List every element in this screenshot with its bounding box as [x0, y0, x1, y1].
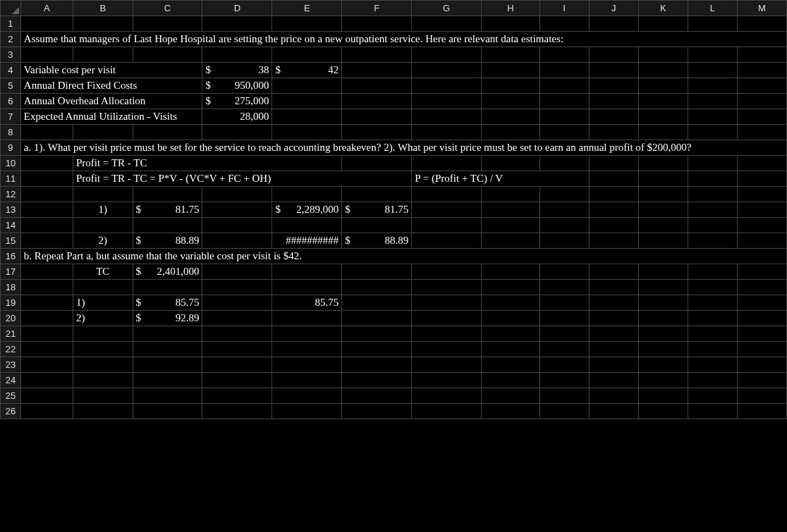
cell-E15[interactable]: ########## [272, 233, 342, 249]
cell-F13[interactable]: $81.75 [342, 202, 412, 218]
cell-D6[interactable]: $275,000 [202, 94, 272, 109]
row-14[interactable]: 14 [1, 218, 21, 233]
row-5[interactable]: 5 [1, 78, 21, 94]
row-13[interactable]: 13 [1, 202, 21, 218]
cell-G11[interactable]: P = (Profit + TC) / V [412, 171, 589, 187]
row-17[interactable]: 17 [1, 264, 21, 280]
col-E[interactable]: E [272, 1, 342, 16]
cell-B10[interactable]: Profit = TR - TC [73, 156, 342, 171]
cell-C17[interactable]: $2,401,000 [133, 264, 202, 280]
cell-A6[interactable]: Annual Overhead Allocation [20, 94, 202, 109]
row-12[interactable]: 12 [1, 187, 21, 202]
cell-B20[interactable]: 2) [73, 311, 133, 326]
col-G[interactable]: G [412, 1, 482, 16]
cell-A4[interactable]: Variable cost per visit [20, 63, 202, 78]
col-D[interactable]: D [202, 1, 272, 16]
col-I[interactable]: I [539, 1, 589, 16]
row-26[interactable]: 26 [1, 404, 21, 419]
cell-E4[interactable]: $42 [272, 63, 342, 78]
col-M[interactable]: M [737, 1, 786, 16]
row-6[interactable]: 6 [1, 94, 21, 109]
row-10[interactable]: 10 [1, 156, 21, 171]
row-19[interactable]: 19 [1, 295, 21, 311]
cell-D7[interactable]: 28,000 [202, 109, 272, 125]
cell-A2[interactable]: Assume that managers of Last Hope Hospit… [20, 32, 786, 47]
cell-B11[interactable]: Profit = TR - TC = P*V - (VC*V + FC + OH… [73, 171, 412, 187]
row-7[interactable]: 7 [1, 109, 21, 125]
cell-E13[interactable]: $2,289,000 [272, 202, 342, 218]
cell-B19[interactable]: 1) [73, 295, 133, 311]
row-2[interactable]: 2 [1, 32, 21, 47]
cell-B15[interactable]: 2) [73, 233, 133, 249]
cell-A5[interactable]: Annual Direct Fixed Costs [20, 78, 202, 94]
row-3[interactable]: 3 [1, 47, 21, 63]
cell-F15[interactable]: $88.89 [342, 233, 412, 249]
col-L[interactable]: L [688, 1, 737, 16]
col-A[interactable]: A [20, 1, 73, 16]
row-22[interactable]: 22 [1, 342, 21, 357]
cell-A1[interactable] [20, 16, 73, 32]
row-23[interactable]: 23 [1, 357, 21, 373]
row-16[interactable]: 16 [1, 249, 21, 264]
row-4[interactable]: 4 [1, 63, 21, 78]
cell-C13[interactable]: $81.75 [133, 202, 202, 218]
row-25[interactable]: 25 [1, 388, 21, 404]
col-J[interactable]: J [589, 1, 638, 16]
cell-C15[interactable]: $88.89 [133, 233, 202, 249]
row-24[interactable]: 24 [1, 373, 21, 388]
col-F[interactable]: F [342, 1, 412, 16]
row-20[interactable]: 20 [1, 311, 21, 326]
row-1[interactable]: 1 [1, 16, 21, 32]
select-all-corner[interactable] [1, 1, 21, 16]
row-9[interactable]: 9 [1, 140, 21, 156]
cell-A7[interactable]: Expected Annual Utilization - Visits [20, 109, 202, 125]
cell-A16[interactable]: b. Repeat Part a, but assume that the va… [20, 249, 786, 264]
col-B[interactable]: B [73, 1, 133, 16]
cell-C20[interactable]: $92.89 [133, 311, 202, 326]
col-K[interactable]: K [638, 1, 688, 16]
col-H[interactable]: H [482, 1, 539, 16]
row-11[interactable]: 11 [1, 171, 21, 187]
cell-B17[interactable]: TC [73, 264, 133, 280]
cell-D5[interactable]: $950,000 [202, 78, 272, 94]
row-18[interactable]: 18 [1, 280, 21, 295]
spreadsheet-grid[interactable]: A B C D E F G H I J K L M 1 2 Assume tha… [0, 0, 787, 419]
cell-E19[interactable]: 85.75 [272, 295, 342, 311]
cell-C19[interactable]: $85.75 [133, 295, 202, 311]
column-header-row: A B C D E F G H I J K L M [1, 1, 787, 16]
cell-B13[interactable]: 1) [73, 202, 133, 218]
row-15[interactable]: 15 [1, 233, 21, 249]
row-21[interactable]: 21 [1, 326, 21, 342]
cell-D4[interactable]: $38 [202, 63, 272, 78]
col-C[interactable]: C [133, 1, 202, 16]
cell-A9[interactable]: a. 1). What per visit price must be set … [20, 140, 786, 156]
row-8[interactable]: 8 [1, 125, 21, 140]
